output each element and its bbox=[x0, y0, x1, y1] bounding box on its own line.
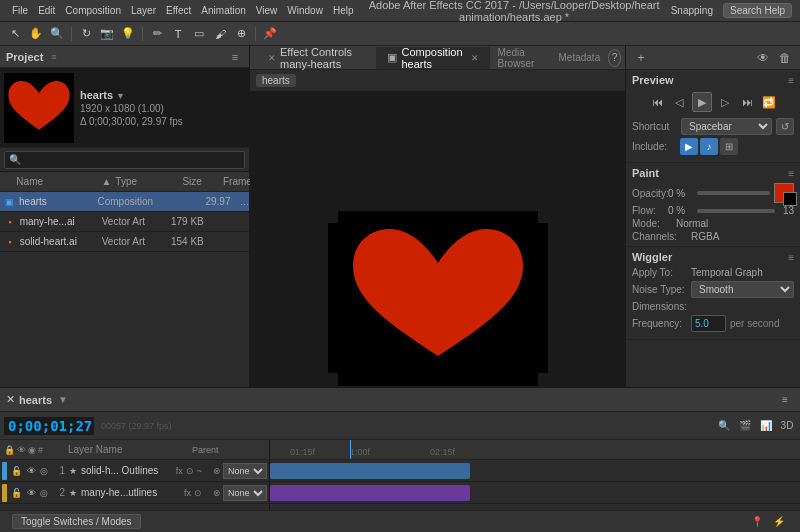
shortcut-select[interactable]: Spacebar bbox=[681, 118, 772, 135]
skip-to-start-button[interactable]: ⏮ bbox=[648, 93, 666, 111]
tab-metadata[interactable]: Metadata bbox=[551, 52, 609, 63]
layer-eye-1[interactable]: 👁 bbox=[27, 466, 36, 476]
panel-menu-button[interactable]: ≡ bbox=[227, 49, 243, 65]
wiggler-menu-btn[interactable]: ≡ bbox=[788, 252, 794, 263]
tool-text[interactable]: T bbox=[169, 25, 187, 43]
motion-blur-1[interactable]: ⊙ bbox=[185, 466, 195, 476]
tool-clone[interactable]: ⊕ bbox=[232, 25, 250, 43]
shy-1[interactable]: ~ bbox=[196, 466, 203, 476]
parent-select-1[interactable]: None bbox=[223, 463, 267, 479]
tab-media-browser[interactable]: Media Browser bbox=[490, 47, 551, 69]
timeline-layer-2[interactable]: 🔓 👁 ◎ 2 ★ many-he...utlines fx ⊙ ⊗ None bbox=[0, 482, 269, 504]
overlays-toggle-icon[interactable]: ⊞ bbox=[720, 138, 738, 155]
toggle-switches-modes-btn[interactable]: Toggle Switches / Modes bbox=[12, 514, 141, 529]
tool-pin[interactable]: 📌 bbox=[261, 25, 279, 43]
menu-item[interactable]: Composition bbox=[61, 5, 125, 16]
tab-close-icon2[interactable]: ✕ bbox=[471, 53, 479, 63]
timeline-timecode[interactable]: 0;00;01;27 bbox=[4, 417, 94, 435]
frequency-input[interactable] bbox=[691, 315, 726, 332]
menu-item[interactable]: Edit bbox=[34, 5, 59, 16]
menu-item[interactable]: View bbox=[252, 5, 282, 16]
paint-menu-btn[interactable]: ≡ bbox=[788, 168, 794, 179]
project-search-bar bbox=[0, 148, 249, 172]
preview-menu-btn[interactable]: ≡ bbox=[788, 75, 794, 86]
tool-hand[interactable]: ✋ bbox=[27, 25, 45, 43]
timeline-col-header: 🔒 👁 ◉ # Layer Name Parent bbox=[0, 440, 269, 460]
motion-blur-2[interactable]: ⊙ bbox=[193, 488, 203, 498]
playhead[interactable] bbox=[350, 440, 351, 459]
track-bar-1[interactable] bbox=[270, 463, 470, 479]
timeline-header: ✕ hearts ▼ ≡ bbox=[0, 388, 800, 412]
tool-camera[interactable]: 📷 bbox=[98, 25, 116, 43]
parent-select-2[interactable]: None bbox=[223, 485, 267, 501]
file-row[interactable]: ▣ hearts Composition 29.97 … bbox=[0, 192, 249, 212]
shortcut-reset-btn[interactable]: ↺ bbox=[776, 118, 794, 135]
menu-item[interactable]: Layer bbox=[127, 5, 160, 16]
tab-close-icon[interactable]: ✕ bbox=[268, 53, 276, 63]
flow-slider[interactable] bbox=[697, 209, 775, 213]
background-color-swatch[interactable] bbox=[783, 192, 797, 206]
layer-parent-1: ⊗ None bbox=[213, 463, 267, 479]
tool-light[interactable]: 💡 bbox=[119, 25, 137, 43]
audio-toggle-icon[interactable]: ♪ bbox=[700, 138, 718, 155]
menu-item[interactable]: File bbox=[8, 5, 32, 16]
layer-solo-2[interactable]: ◎ bbox=[40, 488, 48, 498]
fx-btn-2[interactable]: fx bbox=[183, 488, 192, 498]
menu-item[interactable]: Animation bbox=[197, 5, 249, 16]
help-button[interactable]: ? bbox=[608, 49, 621, 67]
search-layers-btn[interactable]: 🔍 bbox=[715, 417, 733, 435]
eye-icon[interactable]: 👁 bbox=[754, 49, 772, 67]
skip-to-end-button[interactable]: ⏭ bbox=[738, 93, 756, 111]
step-back-button[interactable]: ◁ bbox=[670, 93, 688, 111]
track-bar-2[interactable] bbox=[270, 485, 470, 501]
tool-pen[interactable]: ✏ bbox=[148, 25, 166, 43]
timeline-menu-icon[interactable]: ▼ bbox=[58, 394, 68, 405]
timeline-settings-btn[interactable]: ≡ bbox=[776, 391, 794, 409]
tool-shape[interactable]: ▭ bbox=[190, 25, 208, 43]
search-help-box[interactable]: Search Help bbox=[723, 3, 792, 18]
layer-solo-1[interactable]: ◎ bbox=[40, 466, 48, 476]
timeline-expand-icon[interactable]: ✕ bbox=[6, 393, 15, 406]
loop-button[interactable]: 🔁 bbox=[760, 93, 778, 111]
trash-icon[interactable]: 🗑 bbox=[776, 49, 794, 67]
fx-btn-1[interactable]: fx bbox=[175, 466, 184, 476]
tool-zoom[interactable]: 🔍 bbox=[48, 25, 66, 43]
file-row[interactable]: ▪ many-he...ai Vector Art 179 KB bbox=[0, 212, 249, 232]
graph-editor-btn[interactable]: 📊 bbox=[757, 417, 775, 435]
comp-dropdown-arrow[interactable]: ▼ bbox=[116, 91, 125, 101]
opacity-slider[interactable] bbox=[697, 191, 770, 195]
wiggler-section: Wiggler ≡ Apply To: Temporal Graph Noise… bbox=[626, 247, 800, 340]
col-size-header: Size bbox=[178, 176, 219, 187]
file-row[interactable]: ▪ solid-heart.ai Vector Art 154 KB bbox=[0, 232, 249, 252]
col-sort-icon[interactable]: ▲ bbox=[101, 176, 111, 187]
video-toggle-icon[interactable]: ▶ bbox=[680, 138, 698, 155]
layer-eye-2[interactable]: 👁 bbox=[27, 488, 36, 498]
tool-arrow[interactable]: ↖ bbox=[6, 25, 24, 43]
tool-paint[interactable]: 🖌 bbox=[211, 25, 229, 43]
play-button[interactable]: ▶ bbox=[692, 92, 712, 112]
menu-item[interactable]: Effect bbox=[162, 5, 195, 16]
apply-to-row: Apply To: Temporal Graph bbox=[632, 267, 794, 278]
tab-effect-controls[interactable]: ✕ Effect Controls many-hearts bbox=[254, 47, 377, 69]
project-search-input[interactable] bbox=[4, 151, 245, 169]
timeline-layer-1[interactable]: 🔓 👁 ◎ 1 ★ solid-h... Outlines fx ⊙ ~ ⊗ N… bbox=[0, 460, 269, 482]
tab-composition[interactable]: ▣ Composition hearts ✕ bbox=[377, 47, 489, 69]
flow-row: Flow: 0 % 13 bbox=[632, 205, 794, 216]
layer-lock-2[interactable]: 🔓 bbox=[11, 488, 22, 498]
menu-item[interactable]: Window bbox=[283, 5, 327, 16]
motion-blur-btn[interactable]: 🎬 bbox=[736, 417, 754, 435]
add-icon[interactable]: + bbox=[632, 49, 650, 67]
tool-rotate[interactable]: ↻ bbox=[77, 25, 95, 43]
channels-row: Channels: RGBA bbox=[632, 231, 794, 242]
step-forward-button[interactable]: ▷ bbox=[716, 93, 734, 111]
eye-col: 👁 bbox=[17, 445, 26, 455]
layer-lock-1[interactable]: 🔓 bbox=[11, 466, 22, 476]
file-icon-ai: ▪ bbox=[3, 215, 17, 229]
noise-type-select[interactable]: Smooth bbox=[691, 281, 794, 298]
toolbar-separator bbox=[71, 27, 72, 41]
col-parent: Parent bbox=[192, 445, 219, 455]
footer-icon1[interactable]: 📍 bbox=[748, 513, 766, 531]
footer-icon2[interactable]: ⚡ bbox=[770, 513, 788, 531]
menu-item[interactable]: Help bbox=[329, 5, 358, 16]
draft-3d-btn[interactable]: 3D bbox=[778, 417, 796, 435]
